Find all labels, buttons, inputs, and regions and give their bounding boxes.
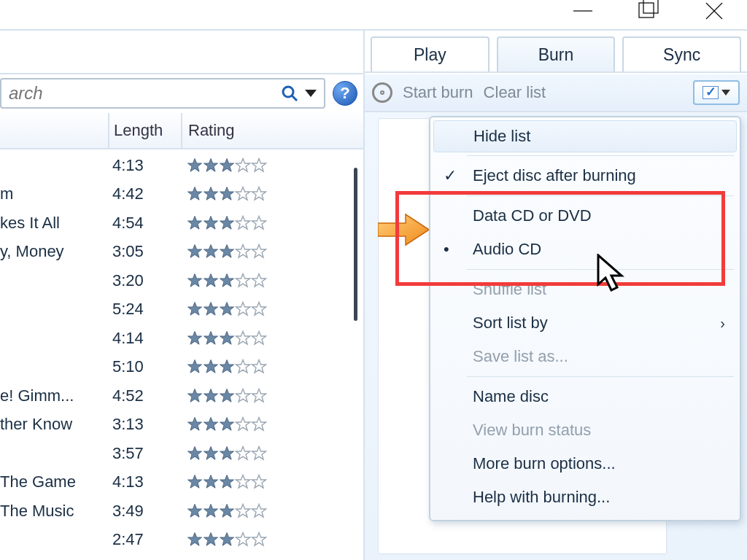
star-icon[interactable]: [187, 330, 203, 346]
star-icon[interactable]: [235, 359, 251, 375]
track-rating[interactable]: [181, 416, 363, 432]
star-icon[interactable]: [203, 215, 219, 231]
star-icon[interactable]: [203, 359, 219, 375]
track-rating[interactable]: [181, 215, 363, 231]
star-icon[interactable]: [219, 416, 235, 432]
star-icon[interactable]: [235, 388, 251, 404]
star-icon[interactable]: [203, 388, 219, 404]
track-rating[interactable]: [181, 273, 363, 289]
star-icon[interactable]: [187, 359, 203, 375]
star-icon[interactable]: [235, 474, 251, 490]
menu-more-burn-options[interactable]: More burn options...: [433, 447, 737, 481]
table-row[interactable]: kes It All4:54: [0, 209, 363, 238]
track-rating[interactable]: [181, 474, 363, 490]
start-burn-button[interactable]: Start burn: [403, 83, 473, 102]
column-rating-header[interactable]: Rating: [181, 113, 363, 148]
star-icon[interactable]: [251, 532, 267, 548]
track-rating[interactable]: [181, 301, 363, 317]
menu-sort-list-by[interactable]: Sort list by›: [433, 306, 737, 340]
star-icon[interactable]: [235, 330, 251, 346]
tab-sync[interactable]: Sync: [622, 36, 741, 71]
menu-hide-list[interactable]: Hide list: [433, 120, 737, 152]
star-icon[interactable]: [251, 330, 267, 346]
star-icon[interactable]: [219, 388, 235, 404]
star-icon[interactable]: [251, 446, 267, 462]
star-icon[interactable]: [235, 244, 251, 260]
table-row[interactable]: 5:24: [0, 295, 363, 324]
track-rating[interactable]: [181, 244, 363, 260]
track-rating[interactable]: [181, 503, 363, 519]
star-icon[interactable]: [251, 359, 267, 375]
star-icon[interactable]: [251, 388, 267, 404]
table-row[interactable]: The Music3:49: [0, 497, 363, 526]
star-icon[interactable]: [219, 330, 235, 346]
table-row[interactable]: y, Money3:05: [0, 238, 363, 267]
star-icon[interactable]: [203, 446, 219, 462]
star-icon[interactable]: [187, 474, 203, 490]
star-icon[interactable]: [219, 215, 235, 231]
track-rating[interactable]: [181, 158, 363, 174]
burn-options-dropdown[interactable]: [693, 80, 740, 105]
star-icon[interactable]: [203, 273, 219, 289]
star-icon[interactable]: [235, 446, 251, 462]
star-icon[interactable]: [187, 158, 203, 174]
star-icon[interactable]: [187, 215, 203, 231]
table-row[interactable]: 5:10: [0, 353, 363, 382]
star-icon[interactable]: [187, 273, 203, 289]
star-icon[interactable]: [219, 532, 235, 548]
column-length-header[interactable]: Length: [108, 113, 181, 148]
table-row[interactable]: m4:42: [0, 180, 363, 209]
star-icon[interactable]: [219, 273, 235, 289]
star-icon[interactable]: [235, 215, 251, 231]
star-icon[interactable]: [187, 532, 203, 548]
menu-name-disc[interactable]: Name disc: [433, 380, 737, 413]
table-row[interactable]: The Game4:13: [0, 468, 363, 497]
star-icon[interactable]: [187, 503, 203, 519]
star-icon[interactable]: [203, 158, 219, 174]
track-rating[interactable]: [181, 532, 363, 548]
star-icon[interactable]: [251, 186, 267, 202]
scrollbar-thumb[interactable]: [354, 168, 357, 321]
track-rating[interactable]: [181, 359, 363, 375]
star-icon[interactable]: [219, 474, 235, 490]
search-box[interactable]: [0, 78, 325, 109]
star-icon[interactable]: [187, 244, 203, 260]
menu-help-with-burning[interactable]: Help with burning...: [433, 481, 737, 514]
star-icon[interactable]: [203, 503, 219, 519]
star-icon[interactable]: [251, 474, 267, 490]
table-row[interactable]: 3:20: [0, 266, 363, 295]
track-rating[interactable]: [181, 186, 363, 202]
search-input[interactable]: [1, 83, 280, 104]
track-rating[interactable]: [181, 330, 363, 346]
star-icon[interactable]: [235, 416, 251, 432]
star-icon[interactable]: [219, 158, 235, 174]
search-icon[interactable]: [280, 84, 299, 103]
star-icon[interactable]: [219, 301, 235, 317]
star-icon[interactable]: [203, 186, 219, 202]
menu-eject-after-burn[interactable]: ✓Eject disc after burning: [433, 159, 737, 192]
star-icon[interactable]: [203, 416, 219, 432]
star-icon[interactable]: [251, 416, 267, 432]
star-icon[interactable]: [203, 330, 219, 346]
maximize-button[interactable]: [616, 0, 681, 26]
star-icon[interactable]: [251, 158, 267, 174]
star-icon[interactable]: [219, 503, 235, 519]
star-icon[interactable]: [235, 503, 251, 519]
table-row[interactable]: 3:57: [0, 439, 363, 468]
menu-data-cd-dvd[interactable]: Data CD or DVD: [433, 199, 737, 233]
star-icon[interactable]: [187, 388, 203, 404]
star-icon[interactable]: [235, 532, 251, 548]
star-icon[interactable]: [219, 244, 235, 260]
star-icon[interactable]: [251, 215, 267, 231]
star-icon[interactable]: [203, 301, 219, 317]
track-rating[interactable]: [181, 446, 363, 462]
star-icon[interactable]: [235, 186, 251, 202]
star-icon[interactable]: [187, 446, 203, 462]
menu-audio-cd[interactable]: •Audio CD: [433, 233, 737, 266]
table-row[interactable]: e! Gimm...4:52: [0, 381, 363, 411]
star-icon[interactable]: [203, 244, 219, 260]
table-row[interactable]: 4:13: [0, 151, 363, 180]
star-icon[interactable]: [203, 474, 219, 490]
star-icon[interactable]: [251, 301, 267, 317]
column-title-header[interactable]: [0, 113, 108, 148]
